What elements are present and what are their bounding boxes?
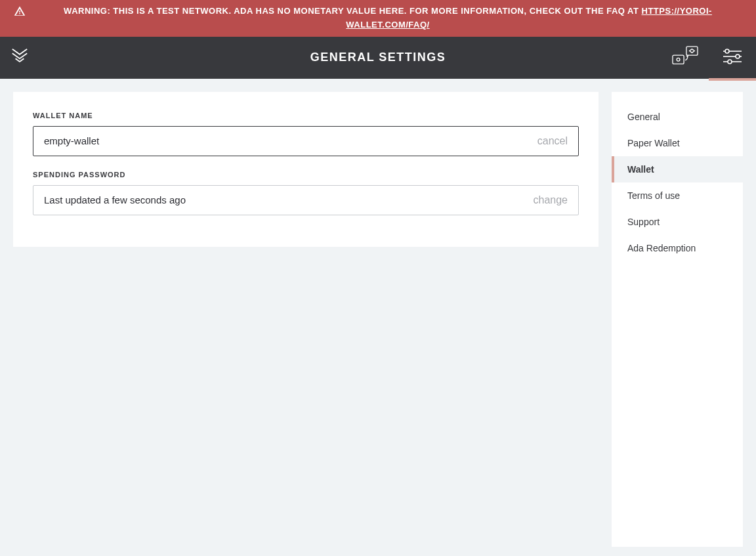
sidebar-item-label: Terms of use xyxy=(627,190,680,201)
wallet-name-field-row: cancel xyxy=(33,126,579,156)
sidebar-item-wallet[interactable]: Wallet xyxy=(612,156,743,182)
sidebar-item-label: Paper Wallet xyxy=(627,138,680,148)
warning-text: WARNING: THIS IS A TEST NETWORK. ADA HAS… xyxy=(33,5,742,32)
sidebar-item-label: Ada Redemption xyxy=(627,243,696,253)
test-network-warning-banner: WARNING: THIS IS A TEST NETWORK. ADA HAS… xyxy=(0,0,756,37)
topbar-actions xyxy=(662,37,756,79)
content-area: WALLET NAME cancel SPENDING PASSWORD Las… xyxy=(0,79,756,556)
sidebar-item-terms-of-use[interactable]: Terms of use xyxy=(612,182,743,209)
spending-password-change-button[interactable]: change xyxy=(534,194,568,206)
warning-icon xyxy=(14,5,26,17)
spending-password-status: Last updated a few seconds ago xyxy=(44,194,534,205)
svg-point-4 xyxy=(725,49,729,53)
settings-sliders-icon xyxy=(722,47,743,68)
sidebar-item-general[interactable]: General xyxy=(612,104,743,130)
sidebar-item-ada-redemption[interactable]: Ada Redemption xyxy=(612,235,743,261)
nav-settings-button[interactable] xyxy=(709,37,756,79)
svg-point-6 xyxy=(736,54,740,58)
nav-daedalus-transfer-button[interactable] xyxy=(662,37,709,79)
page-title: GENERAL SETTINGS xyxy=(0,51,756,64)
sidebar-item-support[interactable]: Support xyxy=(612,209,743,235)
sidebar-item-label: Support xyxy=(627,217,660,227)
sidebar-item-label: Wallet xyxy=(627,164,654,175)
app-logo-button[interactable] xyxy=(0,46,39,70)
yoroi-logo-icon xyxy=(9,46,30,70)
sidebar-item-paper-wallet[interactable]: Paper Wallet xyxy=(612,130,743,156)
wallets-transfer-icon xyxy=(671,44,699,72)
wallet-name-input[interactable] xyxy=(44,135,537,146)
wallet-settings-card: WALLET NAME cancel SPENDING PASSWORD Las… xyxy=(13,92,598,247)
warning-text-prefix: WARNING: THIS IS A TEST NETWORK. ADA HAS… xyxy=(64,6,641,16)
svg-point-1 xyxy=(677,58,680,61)
svg-rect-0 xyxy=(673,55,684,64)
svg-point-8 xyxy=(728,60,732,64)
spending-password-field-row: Last updated a few seconds ago change xyxy=(33,185,579,215)
spending-password-label: SPENDING PASSWORD xyxy=(33,171,579,179)
svg-rect-2 xyxy=(686,46,698,54)
sidebar-item-label: General xyxy=(627,112,660,122)
topbar: GENERAL SETTINGS xyxy=(0,37,756,79)
settings-sidebar: General Paper Wallet Wallet Terms of use… xyxy=(612,92,743,547)
wallet-name-label: WALLET NAME xyxy=(33,112,579,119)
wallet-name-cancel-button[interactable]: cancel xyxy=(537,135,568,147)
